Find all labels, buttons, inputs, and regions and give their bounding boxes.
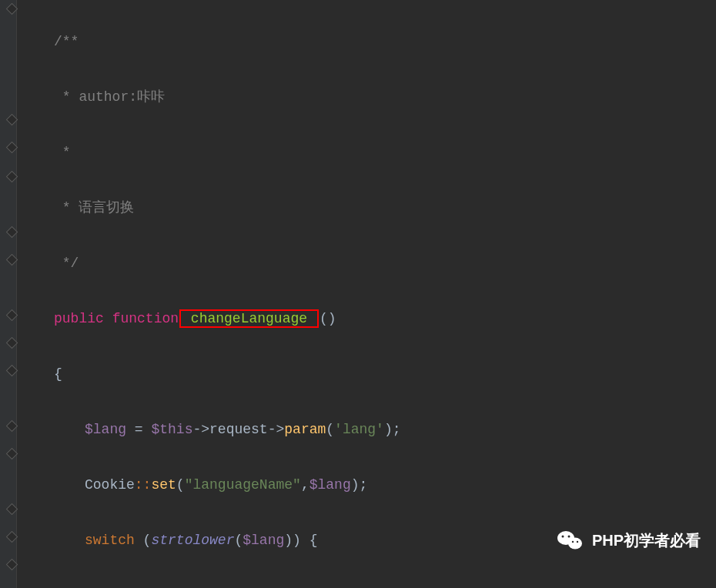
comment-author: * author:咔咔 <box>54 89 165 105</box>
arrow-operator: -> <box>192 422 209 437</box>
editor-gutter <box>0 0 17 588</box>
wechat-icon <box>555 525 586 556</box>
fold-marker-icon[interactable] <box>6 171 18 183</box>
variable-lang: $lang <box>243 533 284 548</box>
string-lang: 'lang' <box>334 422 384 437</box>
fold-marker-icon[interactable] <box>6 309 18 322</box>
open-paren: ( <box>135 533 152 548</box>
svg-point-3 <box>567 536 570 538</box>
fold-marker-icon[interactable] <box>6 254 18 266</box>
comment-desc: * 语言切换 <box>54 200 134 215</box>
fold-marker-icon[interactable] <box>6 503 18 516</box>
close-paren: ); <box>384 422 401 437</box>
highlighted-function-name: changeLanguage <box>179 309 319 328</box>
method-param: param <box>284 422 326 437</box>
double-colon: :: <box>135 477 152 493</box>
fold-marker-icon[interactable] <box>6 420 18 433</box>
svg-point-4 <box>572 541 574 543</box>
fold-marker-icon[interactable] <box>6 365 18 377</box>
keyword-function: function <box>112 311 179 326</box>
variable-this: $this <box>151 422 192 437</box>
method-set: set <box>151 477 176 493</box>
close-paren-brace: )) { <box>284 533 317 548</box>
builtin-strtolower: strtolower <box>151 533 234 548</box>
fold-marker-icon[interactable] <box>6 3 18 15</box>
property-request: request <box>209 422 268 437</box>
fold-marker-icon[interactable] <box>6 114 18 126</box>
string-languagename: "languageName" <box>185 477 301 493</box>
equals: = <box>126 422 151 437</box>
fold-marker-icon[interactable] <box>6 226 18 239</box>
svg-point-5 <box>577 541 578 543</box>
open-brace: { <box>54 366 62 382</box>
watermark: PHP初学者必看 <box>555 525 701 556</box>
keyword-public: public <box>54 311 104 326</box>
variable-lang: $lang <box>85 422 126 437</box>
svg-point-1 <box>568 538 582 550</box>
variable-lang: $lang <box>309 477 351 493</box>
comma: , <box>301 477 309 493</box>
close-paren: ); <box>351 477 368 493</box>
watermark-text: PHP初学者必看 <box>592 526 701 554</box>
comment-start: /** <box>54 34 79 49</box>
arrow-operator: -> <box>268 422 285 437</box>
open-paren: ( <box>176 477 185 493</box>
fold-marker-icon[interactable] <box>6 337 18 349</box>
code-editor[interactable]: /** * author:咔咔 * * 语言切换 */ public funct… <box>0 0 716 588</box>
fold-marker-icon[interactable] <box>6 559 18 571</box>
fold-marker-icon[interactable] <box>6 142 18 154</box>
open-paren: ( <box>326 422 334 437</box>
fold-marker-icon[interactable] <box>6 531 18 543</box>
class-cookie: Cookie <box>85 477 135 493</box>
function-parens: () <box>320 311 336 326</box>
comment-empty: * <box>54 145 71 160</box>
function-name: changeLanguage <box>182 311 316 326</box>
keyword-switch: switch <box>85 533 135 548</box>
comment-end: */ <box>54 256 79 271</box>
fold-marker-icon[interactable] <box>6 448 18 460</box>
svg-point-2 <box>561 536 564 538</box>
open-paren: ( <box>234 533 243 548</box>
